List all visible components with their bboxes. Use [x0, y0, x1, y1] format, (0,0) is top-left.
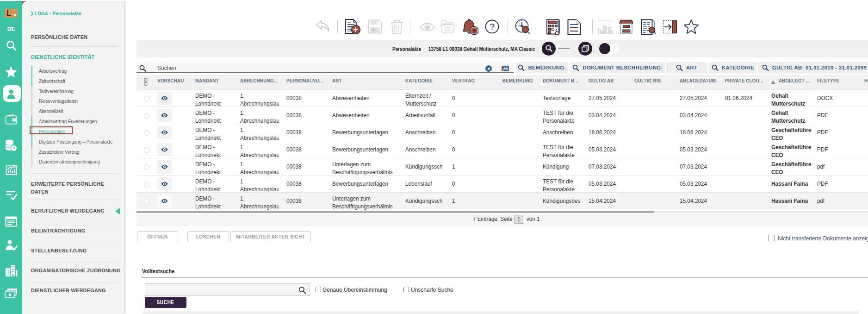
svg-text:?: ? [490, 22, 495, 31]
